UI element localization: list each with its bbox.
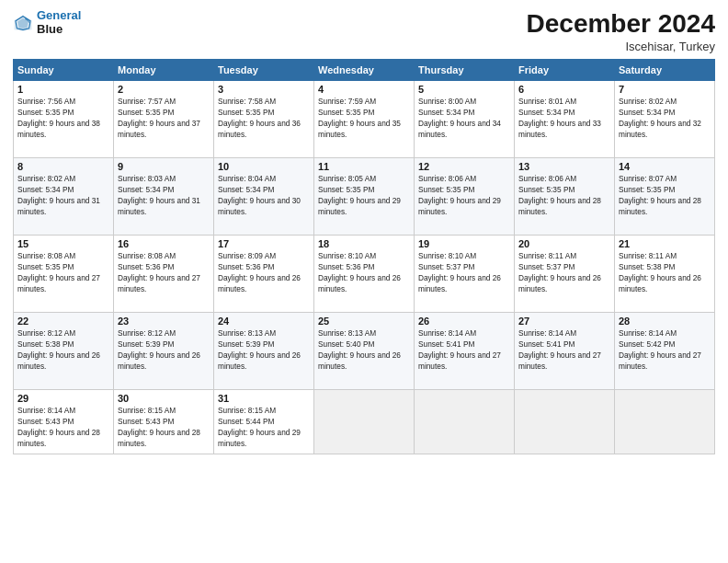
day-info: Sunrise: 8:13 AM Sunset: 5:40 PM Dayligh… bbox=[318, 327, 410, 372]
day-number: 23 bbox=[118, 316, 210, 327]
day-number: 26 bbox=[418, 316, 510, 327]
table-row: 5 Sunrise: 8:00 AM Sunset: 5:34 PM Dayli… bbox=[415, 81, 515, 158]
day-number: 2 bbox=[118, 84, 210, 95]
day-info: Sunrise: 8:14 AM Sunset: 5:42 PM Dayligh… bbox=[619, 327, 711, 372]
title-block: December 2024 Iscehisar, Turkey bbox=[527, 9, 715, 53]
table-row: 8 Sunrise: 8:02 AM Sunset: 5:34 PM Dayli… bbox=[14, 158, 114, 236]
day-info: Sunrise: 7:59 AM Sunset: 5:35 PM Dayligh… bbox=[318, 96, 410, 140]
col-tuesday: Tuesday bbox=[214, 60, 314, 81]
day-info: Sunrise: 8:05 AM Sunset: 5:35 PM Dayligh… bbox=[318, 173, 410, 217]
table-row: 21 Sunrise: 8:11 AM Sunset: 5:38 PM Dayl… bbox=[615, 236, 715, 313]
day-number: 30 bbox=[118, 393, 210, 404]
day-info: Sunrise: 8:14 AM Sunset: 5:41 PM Dayligh… bbox=[518, 327, 610, 372]
day-info: Sunrise: 8:09 AM Sunset: 5:36 PM Dayligh… bbox=[218, 250, 310, 294]
day-number: 25 bbox=[318, 316, 410, 327]
table-row: 19 Sunrise: 8:10 AM Sunset: 5:37 PM Dayl… bbox=[415, 236, 515, 313]
header: General Blue December 2024 Iscehisar, Tu… bbox=[13, 9, 715, 53]
day-info: Sunrise: 8:12 AM Sunset: 5:39 PM Dayligh… bbox=[118, 327, 210, 372]
table-row: 24 Sunrise: 8:13 AM Sunset: 5:39 PM Dayl… bbox=[214, 313, 314, 390]
day-info: Sunrise: 8:08 AM Sunset: 5:36 PM Dayligh… bbox=[118, 250, 210, 294]
day-number: 15 bbox=[17, 238, 109, 249]
table-row: 12 Sunrise: 8:06 AM Sunset: 5:35 PM Dayl… bbox=[415, 158, 515, 236]
col-friday: Friday bbox=[515, 60, 615, 81]
table-row: 6 Sunrise: 8:01 AM Sunset: 5:34 PM Dayli… bbox=[515, 81, 615, 158]
day-number: 14 bbox=[619, 161, 711, 172]
day-number: 1 bbox=[17, 84, 109, 95]
table-row: 29 Sunrise: 8:14 AM Sunset: 5:43 PM Dayl… bbox=[14, 390, 114, 454]
day-info: Sunrise: 8:00 AM Sunset: 5:34 PM Dayligh… bbox=[418, 96, 510, 140]
day-number: 7 bbox=[619, 84, 711, 95]
table-row bbox=[415, 390, 515, 454]
day-info: Sunrise: 8:02 AM Sunset: 5:34 PM Dayligh… bbox=[17, 173, 109, 217]
day-info: Sunrise: 8:03 AM Sunset: 5:34 PM Dayligh… bbox=[118, 173, 210, 217]
day-info: Sunrise: 8:11 AM Sunset: 5:38 PM Dayligh… bbox=[619, 250, 711, 294]
col-wednesday: Wednesday bbox=[314, 60, 415, 81]
day-number: 18 bbox=[318, 238, 410, 249]
day-number: 3 bbox=[218, 84, 310, 95]
day-number: 10 bbox=[218, 161, 310, 172]
day-number: 8 bbox=[17, 161, 109, 172]
location: Iscehisar, Turkey bbox=[527, 40, 715, 53]
day-number: 31 bbox=[218, 393, 310, 404]
day-number: 17 bbox=[218, 238, 310, 249]
table-row: 31 Sunrise: 8:15 AM Sunset: 5:44 PM Dayl… bbox=[214, 390, 314, 454]
day-number: 5 bbox=[418, 84, 510, 95]
table-row: 14 Sunrise: 8:07 AM Sunset: 5:35 PM Dayl… bbox=[615, 158, 715, 236]
day-number: 11 bbox=[318, 161, 410, 172]
day-number: 19 bbox=[418, 238, 510, 249]
table-row: 11 Sunrise: 8:05 AM Sunset: 5:35 PM Dayl… bbox=[314, 158, 415, 236]
day-info: Sunrise: 7:57 AM Sunset: 5:35 PM Dayligh… bbox=[118, 96, 210, 140]
day-info: Sunrise: 8:10 AM Sunset: 5:37 PM Dayligh… bbox=[418, 250, 510, 294]
day-number: 4 bbox=[318, 84, 410, 95]
table-row: 17 Sunrise: 8:09 AM Sunset: 5:36 PM Dayl… bbox=[214, 236, 314, 313]
day-info: Sunrise: 8:13 AM Sunset: 5:39 PM Dayligh… bbox=[218, 327, 310, 372]
day-info: Sunrise: 8:04 AM Sunset: 5:34 PM Dayligh… bbox=[218, 173, 310, 217]
day-info: Sunrise: 8:14 AM Sunset: 5:41 PM Dayligh… bbox=[418, 327, 510, 372]
day-number: 13 bbox=[518, 161, 610, 172]
table-row: 15 Sunrise: 8:08 AM Sunset: 5:35 PM Dayl… bbox=[14, 236, 114, 313]
table-row: 7 Sunrise: 8:02 AM Sunset: 5:34 PM Dayli… bbox=[615, 81, 715, 158]
table-row bbox=[615, 390, 715, 454]
table-row: 23 Sunrise: 8:12 AM Sunset: 5:39 PM Dayl… bbox=[114, 313, 214, 390]
day-info: Sunrise: 8:02 AM Sunset: 5:34 PM Dayligh… bbox=[619, 96, 711, 140]
header-row: Sunday Monday Tuesday Wednesday Thursday… bbox=[14, 60, 715, 81]
day-info: Sunrise: 8:15 AM Sunset: 5:44 PM Dayligh… bbox=[218, 405, 310, 449]
month-title: December 2024 bbox=[527, 9, 715, 39]
table-row: 27 Sunrise: 8:14 AM Sunset: 5:41 PM Dayl… bbox=[515, 313, 615, 390]
logo-icon bbox=[13, 13, 33, 33]
table-row: 10 Sunrise: 8:04 AM Sunset: 5:34 PM Dayl… bbox=[214, 158, 314, 236]
day-info: Sunrise: 8:10 AM Sunset: 5:36 PM Dayligh… bbox=[318, 250, 410, 294]
col-monday: Monday bbox=[114, 60, 214, 81]
col-saturday: Saturday bbox=[615, 60, 715, 81]
day-number: 20 bbox=[518, 238, 610, 249]
table-row: 20 Sunrise: 8:11 AM Sunset: 5:37 PM Dayl… bbox=[515, 236, 615, 313]
day-info: Sunrise: 8:06 AM Sunset: 5:35 PM Dayligh… bbox=[518, 173, 610, 217]
day-info: Sunrise: 8:01 AM Sunset: 5:34 PM Dayligh… bbox=[518, 96, 610, 140]
table-row: 25 Sunrise: 8:13 AM Sunset: 5:40 PM Dayl… bbox=[314, 313, 415, 390]
day-number: 27 bbox=[518, 316, 610, 327]
table-row bbox=[314, 390, 415, 454]
day-number: 12 bbox=[418, 161, 510, 172]
day-info: Sunrise: 8:06 AM Sunset: 5:35 PM Dayligh… bbox=[418, 173, 510, 217]
day-number: 6 bbox=[518, 84, 610, 95]
day-number: 22 bbox=[17, 316, 109, 327]
table-row: 16 Sunrise: 8:08 AM Sunset: 5:36 PM Dayl… bbox=[114, 236, 214, 313]
calendar-table: Sunday Monday Tuesday Wednesday Thursday… bbox=[13, 59, 715, 454]
day-info: Sunrise: 8:11 AM Sunset: 5:37 PM Dayligh… bbox=[518, 250, 610, 294]
logo-line2: Blue bbox=[37, 23, 81, 37]
day-info: Sunrise: 8:14 AM Sunset: 5:43 PM Dayligh… bbox=[17, 405, 109, 449]
table-row: 28 Sunrise: 8:14 AM Sunset: 5:42 PM Dayl… bbox=[615, 313, 715, 390]
day-number: 24 bbox=[218, 316, 310, 327]
table-row: 4 Sunrise: 7:59 AM Sunset: 5:35 PM Dayli… bbox=[314, 81, 415, 158]
table-row: 1 Sunrise: 7:56 AM Sunset: 5:35 PM Dayli… bbox=[14, 81, 114, 158]
day-info: Sunrise: 7:58 AM Sunset: 5:35 PM Dayligh… bbox=[218, 96, 310, 140]
table-row: 13 Sunrise: 8:06 AM Sunset: 5:35 PM Dayl… bbox=[515, 158, 615, 236]
table-row: 22 Sunrise: 8:12 AM Sunset: 5:38 PM Dayl… bbox=[14, 313, 114, 390]
col-thursday: Thursday bbox=[415, 60, 515, 81]
table-row: 30 Sunrise: 8:15 AM Sunset: 5:43 PM Dayl… bbox=[114, 390, 214, 454]
table-row: 2 Sunrise: 7:57 AM Sunset: 5:35 PM Dayli… bbox=[114, 81, 214, 158]
day-number: 9 bbox=[118, 161, 210, 172]
day-info: Sunrise: 8:15 AM Sunset: 5:43 PM Dayligh… bbox=[118, 405, 210, 449]
day-number: 29 bbox=[17, 393, 109, 404]
day-number: 28 bbox=[619, 316, 711, 327]
